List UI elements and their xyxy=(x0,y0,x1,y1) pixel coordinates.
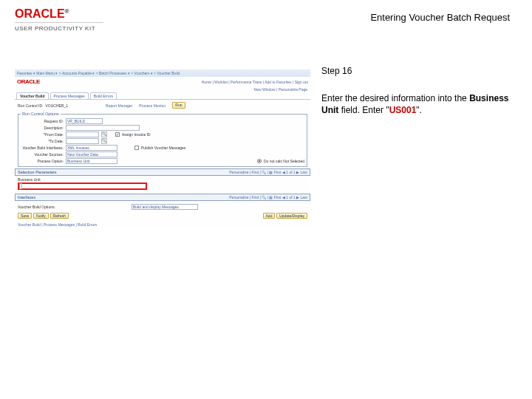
description-input[interactable] xyxy=(66,125,140,131)
calc-radio-group: Do not calc Not Selected xyxy=(257,159,304,163)
process-option-label: Process Option: xyxy=(21,159,64,163)
run-control-options-legend: Run Control Options xyxy=(21,112,61,116)
request-id-input[interactable]: VR_BUILD xyxy=(66,118,103,124)
business-unit-input[interactable] xyxy=(19,183,22,189)
voucher-build-options-label: Voucher Build Options: xyxy=(18,205,55,209)
trademark-icon: ® xyxy=(65,8,69,15)
brand-bar: ORACLE Home | Worklist | Performance Tra… xyxy=(15,77,310,86)
business-unit-column-label: Business Unit xyxy=(18,177,307,182)
page-header: ORACLE® USER PRODUCTIVITY KIT Entering V… xyxy=(15,7,517,36)
instruction-text: Enter the desired information into the B… xyxy=(321,92,514,116)
request-id-label: Request ID: xyxy=(21,119,64,123)
from-date-input[interactable] xyxy=(66,132,99,137)
tab-process-messages[interactable]: Process Messages xyxy=(50,92,89,99)
calendar-icon[interactable] xyxy=(101,132,107,137)
update-display-button[interactable]: Update/Display xyxy=(276,213,307,219)
description-label: Description: xyxy=(21,126,64,130)
top-links[interactable]: Home | Worklist | Performance Trace | Ad… xyxy=(202,80,308,84)
notify-button[interactable]: Notify xyxy=(33,213,49,219)
breadcrumb-path[interactable]: Favorites ▾ Main Menu ▾ > Accounts Payab… xyxy=(17,71,180,75)
instr-value: US001 xyxy=(389,105,417,115)
save-button[interactable]: Save xyxy=(18,213,32,219)
calendar-icon[interactable] xyxy=(101,138,107,144)
footer-tab-links[interactable]: Voucher Build | Process Messages | Build… xyxy=(15,220,310,229)
publish-messages-checkbox[interactable] xyxy=(134,146,139,150)
step-label: Step 16 xyxy=(321,66,514,76)
refresh-button[interactable]: Refresh xyxy=(50,213,69,219)
run-control-options: Run Control Options Request ID: VR_BUILD… xyxy=(18,112,307,167)
calc-radio-label: Do not calc Not Selected xyxy=(264,159,304,163)
to-date-label: *To Date: xyxy=(21,139,64,143)
business-unit-highlight xyxy=(18,183,147,190)
interfaces-header: Interfaces xyxy=(18,195,35,200)
add-button[interactable]: Add xyxy=(263,213,276,219)
instr-part3: ". xyxy=(416,105,422,115)
new-window-links[interactable]: New Window | Personalize Page xyxy=(15,86,310,92)
interfaces-nav[interactable]: Personalize | Find | 🔍 | ▦ First ◀ 1 of … xyxy=(229,195,307,200)
interfaces-grid: Interfaces Personalize | Find | 🔍 | ▦ Fi… xyxy=(15,194,310,201)
to-date-input[interactable] xyxy=(66,138,99,144)
run-button[interactable]: Run xyxy=(172,102,185,109)
page-tabs: Voucher Build Process Messages Build Err… xyxy=(15,92,310,100)
breadcrumb[interactable]: Favorites ▾ Main Menu ▾ > Accounts Payab… xyxy=(15,69,310,77)
run-control-id-value: VOUCHER_1 xyxy=(45,103,68,108)
selection-parameters-grid: Selection Parameters Personalize | Find … xyxy=(15,168,310,176)
from-date-label: *From Date: xyxy=(21,132,64,137)
voucher-sources-label: Voucher Sources: xyxy=(21,152,64,157)
page-title: Entering Voucher Batch Request xyxy=(370,7,517,23)
voucher-build-options-select[interactable]: Build and display Messages xyxy=(132,204,198,210)
oracle-logo: ORACLE® xyxy=(15,7,103,21)
process-monitor-link[interactable]: Process Monitor xyxy=(139,103,166,108)
tab-build-errors[interactable]: Build Errors xyxy=(90,92,117,99)
calc-radio[interactable] xyxy=(257,159,262,163)
instr-part1: Enter the desired information into the xyxy=(321,93,469,103)
oracle-mini-logo: ORACLE xyxy=(17,78,40,85)
upk-subtitle: USER PRODUCTIVITY KIT xyxy=(15,25,103,32)
process-option-select[interactable]: Business Unit xyxy=(66,158,117,164)
assign-invoice-label: Assign Invoice ID xyxy=(122,132,151,137)
logo-block: ORACLE® USER PRODUCTIVITY KIT xyxy=(15,7,103,32)
voucher-sources-select[interactable]: New Voucher Data xyxy=(66,151,117,157)
vb-interfaces-label: Voucher Build Interfaces: xyxy=(21,146,64,150)
selection-parameters-header: Selection Parameters xyxy=(18,170,57,174)
tab-voucher-build[interactable]: Voucher Build xyxy=(16,92,49,99)
publish-messages-label: Publish Voucher Messages xyxy=(141,146,185,150)
instr-part2: field. Enter " xyxy=(338,105,389,115)
report-manager-link[interactable]: Report Manager xyxy=(106,103,132,108)
oracle-logo-text: ORACLE xyxy=(15,7,65,20)
vb-interfaces-select[interactable]: XML Invoices xyxy=(66,145,117,151)
assign-invoice-checkbox[interactable] xyxy=(115,132,120,137)
selection-parameters-nav[interactable]: Personalize | Find | 🔍 | ▦ First ◀ 1 of … xyxy=(229,170,307,174)
run-control-id-label: Run Control ID: xyxy=(18,103,43,108)
embedded-screenshot: Favorites ▾ Main Menu ▾ > Accounts Payab… xyxy=(15,69,310,229)
